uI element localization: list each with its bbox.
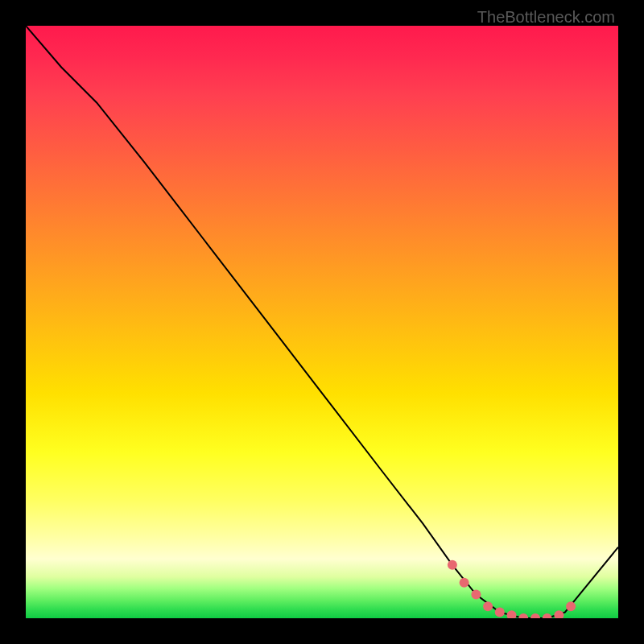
data-markers [448,560,576,618]
data-marker [495,608,505,617]
chart-curve-svg [26,26,618,618]
data-marker [460,578,469,588]
data-marker [448,560,457,570]
data-marker [543,613,552,618]
data-marker [518,613,528,618]
data-marker [554,610,564,618]
data-marker [566,601,576,611]
data-marker [530,613,540,618]
curve-line [26,26,618,618]
data-marker [507,610,517,618]
data-marker [471,590,481,600]
watermark-text: TheBottleneck.com [477,8,615,27]
data-marker [483,601,493,611]
